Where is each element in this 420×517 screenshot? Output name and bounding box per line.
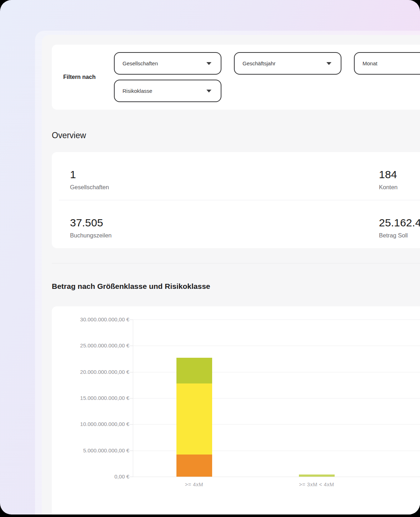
- section-separator: [52, 263, 420, 263]
- filter-card: Filtern nach Gesellschaften Geschäftsjah…: [52, 45, 420, 110]
- filter-row-1: Gesellschaften Geschäftsjahr Monat: [114, 52, 420, 75]
- axis-tick: [129, 398, 133, 398]
- stat-value: 184: [379, 169, 420, 181]
- stat-gesellschaften: 1 Gesellschaften: [70, 169, 379, 191]
- gridline: [133, 346, 420, 346]
- chart-card: 30.000.000.000,00 €25.000.000.000,00 €20…: [52, 306, 420, 515]
- filter-label: Filtern nach: [63, 74, 114, 80]
- filter-rows: Gesellschaften Geschäftsjahr Monat: [114, 52, 420, 102]
- dropdown-geschaeftsjahr[interactable]: Geschäftsjahr: [234, 52, 341, 75]
- axis-tick: [129, 320, 133, 320]
- screenshot-root: { "filter": { "label": "Filtern nach", "…: [0, 0, 420, 517]
- axis-tick: [129, 346, 133, 346]
- dropdown-geschaeftsjahr-label: Geschäftsjahr: [242, 60, 276, 66]
- stat-value: 37.505: [70, 217, 379, 229]
- dropdown-gesellschaften[interactable]: Gesellschaften: [114, 52, 221, 75]
- stat-row-1: 1 Gesellschaften 184 Konten: [52, 152, 420, 200]
- gridline: [133, 320, 420, 320]
- chevron-down-icon: [206, 90, 211, 92]
- stat-label: Konten: [379, 184, 420, 191]
- filter-row-2: Risikoklasse: [114, 80, 420, 102]
- stat-betrag-soll: 25.162.4 Betrag Soll: [379, 217, 420, 239]
- axis-tick: [129, 451, 133, 451]
- chart-section-title: Betrag nach Größenklasse und Risikoklass…: [52, 281, 420, 292]
- y-axis-label: 0,00 €: [56, 473, 129, 480]
- overview-card: 1 Gesellschaften 184 Konten 37.505 Buchu…: [52, 152, 420, 248]
- stat-konten: 184 Konten: [379, 169, 420, 191]
- stat-label: Gesellschaften: [70, 184, 379, 191]
- bar-segment-light-green[interactable]: [299, 475, 335, 477]
- x-axis-label: >= 4xM: [148, 482, 241, 487]
- dropdown-gesellschaften-label: Gesellschaften: [122, 60, 158, 66]
- stat-buchungszeilen: 37.505 Buchungszeilen: [70, 217, 379, 239]
- stat-row-2: 37.505 Buchungszeilen 25.162.4 Betrag So…: [52, 200, 420, 248]
- stat-label: Buchungszeilen: [70, 232, 379, 239]
- axis-tick: [129, 424, 133, 425]
- y-axis-label: 20.000.000.000,00 €: [56, 368, 129, 376]
- axis-tick: [129, 477, 133, 477]
- chevron-down-icon: [206, 62, 211, 65]
- bar-segment-yellow[interactable]: [176, 383, 212, 455]
- axis-tick: [129, 372, 133, 372]
- y-axis-line: [133, 320, 133, 477]
- dropdown-risikoklasse-label: Risikoklasse: [122, 88, 152, 94]
- x-axis-label: >= 3xM < 4xM: [270, 482, 363, 487]
- dropdown-monat-label: Monat: [362, 60, 378, 66]
- y-axis-label: 5.000.000.000,00 €: [56, 447, 129, 454]
- y-axis-label: 15.000.000.000,00 €: [56, 395, 129, 402]
- dropdown-monat[interactable]: Monat: [354, 52, 420, 75]
- app-window: Filtern nach Gesellschaften Geschäftsjah…: [0, 0, 420, 515]
- stat-value: 25.162.4: [379, 217, 420, 229]
- chart-plot: 30.000.000.000,00 €25.000.000.000,00 €20…: [52, 306, 420, 515]
- y-axis-label: 30.000.000.000,00 €: [56, 316, 129, 323]
- y-axis-label: 10.000.000.000,00 €: [56, 421, 129, 428]
- overview-heading: Overview: [52, 130, 420, 141]
- dropdown-risikoklasse[interactable]: Risikoklasse: [114, 80, 221, 102]
- bar-segment-olive[interactable]: [176, 358, 212, 383]
- chevron-down-icon: [326, 62, 331, 65]
- stat-value: 1: [70, 169, 379, 181]
- stat-label: Betrag Soll: [379, 232, 420, 239]
- outer-panel: Filtern nach Gesellschaften Geschäftsjah…: [35, 31, 420, 515]
- bar-segment-orange[interactable]: [176, 455, 212, 477]
- y-axis-label: 25.000.000.000,00 €: [56, 342, 129, 349]
- gridline: [133, 477, 420, 477]
- content-panel: Filtern nach Gesellschaften Geschäftsjah…: [42, 35, 420, 515]
